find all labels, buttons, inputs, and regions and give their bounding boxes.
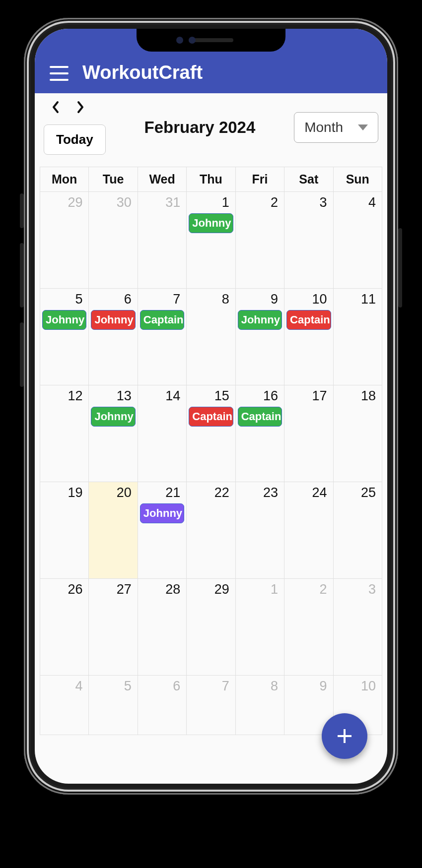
day-number: 6 xyxy=(91,291,135,309)
notch xyxy=(137,29,285,52)
calendar-day[interactable]: 30 xyxy=(89,192,138,289)
day-number: 24 xyxy=(286,484,331,502)
calendar-day[interactable]: 22 xyxy=(187,482,235,579)
event-chip[interactable]: Johnny xyxy=(42,310,86,330)
calendar-day[interactable]: 18 xyxy=(334,385,382,482)
calendar-day[interactable]: 21Johnny xyxy=(138,482,187,579)
calendar-day[interactable]: 23 xyxy=(236,482,284,579)
day-number: 23 xyxy=(238,484,282,502)
calendar-day[interactable]: 28 xyxy=(138,579,187,676)
calendar-day[interactable]: 4 xyxy=(334,192,382,289)
day-number: 6 xyxy=(140,678,184,696)
hamburger-menu-icon[interactable] xyxy=(50,66,69,81)
day-number: 3 xyxy=(286,194,331,212)
dow-header: Thu xyxy=(187,167,235,192)
calendar-day[interactable]: 3 xyxy=(334,579,382,676)
calendar-day[interactable]: 16Captain xyxy=(236,385,284,482)
calendar-day[interactable]: 19 xyxy=(40,482,89,579)
day-number: 7 xyxy=(189,678,233,696)
phone-frame: WorkoutCraft Today February 2024 Month xyxy=(24,18,398,795)
calendar-day[interactable]: 20 xyxy=(89,482,138,579)
current-month-label: February 2024 xyxy=(110,117,290,138)
day-number: 1 xyxy=(238,581,282,599)
day-number: 8 xyxy=(238,678,282,696)
calendar-day[interactable]: 14 xyxy=(138,385,187,482)
day-number: 8 xyxy=(189,291,233,309)
calendar-day[interactable]: 24 xyxy=(284,482,333,579)
day-number: 25 xyxy=(336,484,380,502)
day-number: 29 xyxy=(189,581,233,599)
event-chip[interactable]: Johnny xyxy=(91,310,135,330)
day-number: 31 xyxy=(140,194,184,212)
event-chip[interactable]: Captain xyxy=(286,310,331,330)
calendar-day[interactable]: 8 xyxy=(236,676,284,735)
day-number: 14 xyxy=(140,387,184,406)
calendar-day[interactable]: 12 xyxy=(40,385,89,482)
day-number: 10 xyxy=(336,678,380,696)
day-of-week-header: MonTueWedThuFriSatSun xyxy=(40,167,382,192)
calendar-day[interactable]: 2 xyxy=(284,579,333,676)
calendar-day[interactable]: 5 xyxy=(89,676,138,735)
dow-header: Fri xyxy=(236,167,284,192)
event-chip[interactable]: Johnny xyxy=(189,213,233,233)
event-chip[interactable]: Johnny xyxy=(91,407,135,427)
calendar-day[interactable]: 13Johnny xyxy=(89,385,138,482)
event-chip[interactable]: Johnny xyxy=(238,310,282,330)
day-number: 5 xyxy=(42,291,86,309)
event-chip[interactable]: Johnny xyxy=(140,503,184,523)
calendar-day[interactable]: 6Johnny xyxy=(89,289,138,385)
day-number: 13 xyxy=(91,387,135,406)
calendar-day[interactable]: 11 xyxy=(334,289,382,385)
event-chip[interactable]: Captain xyxy=(238,407,282,427)
calendar-day[interactable]: 8 xyxy=(187,289,235,385)
day-number: 5 xyxy=(91,678,135,696)
calendar-day[interactable]: 15Captain xyxy=(187,385,235,482)
day-number: 22 xyxy=(189,484,233,502)
day-number: 15 xyxy=(189,387,233,406)
calendar-day[interactable]: 29 xyxy=(187,579,235,676)
dow-header: Sat xyxy=(284,167,333,192)
day-number: 11 xyxy=(336,291,380,309)
calendar-day[interactable]: 29 xyxy=(40,192,89,289)
calendar-day[interactable]: 6 xyxy=(138,676,187,735)
calendar-day[interactable]: 7Captain xyxy=(138,289,187,385)
dow-header: Mon xyxy=(40,167,89,192)
day-number: 20 xyxy=(91,484,135,502)
calendar-day[interactable]: 31 xyxy=(138,192,187,289)
day-number: 19 xyxy=(42,484,86,502)
calendar-day[interactable]: 7 xyxy=(187,676,235,735)
prev-month-button[interactable] xyxy=(51,100,61,118)
add-button[interactable] xyxy=(322,713,367,759)
day-number: 26 xyxy=(42,581,86,599)
calendar-week: 26272829123 xyxy=(40,579,382,676)
dow-header: Wed xyxy=(138,167,187,192)
calendar-day[interactable]: 9Johnny xyxy=(236,289,284,385)
calendar-week: 1213Johnny1415Captain16Captain1718 xyxy=(40,385,382,482)
next-month-button[interactable] xyxy=(75,100,85,118)
day-number: 16 xyxy=(238,387,282,406)
calendar-day[interactable]: 2 xyxy=(236,192,284,289)
view-selector[interactable]: Month xyxy=(294,112,378,143)
calendar-day[interactable]: 1Johnny xyxy=(187,192,235,289)
calendar-day[interactable]: 5Johnny xyxy=(40,289,89,385)
today-button[interactable]: Today xyxy=(44,124,106,155)
event-chip[interactable]: Captain xyxy=(140,310,184,330)
calendar-day[interactable]: 17 xyxy=(284,385,333,482)
calendar-day[interactable]: 26 xyxy=(40,579,89,676)
event-chip[interactable]: Captain xyxy=(189,407,233,427)
calendar-day[interactable]: 27 xyxy=(89,579,138,676)
calendar-day[interactable]: 4 xyxy=(40,676,89,735)
day-number: 4 xyxy=(42,678,86,696)
view-selector-label: Month xyxy=(304,120,343,135)
day-number: 4 xyxy=(336,194,380,212)
day-number: 2 xyxy=(238,194,282,212)
calendar-week: 192021Johnny22232425 xyxy=(40,482,382,579)
calendar-day[interactable]: 25 xyxy=(334,482,382,579)
calendar-week: 5Johnny6Johnny7Captain89Johnny10Captain1… xyxy=(40,289,382,385)
calendar-day[interactable]: 10Captain xyxy=(284,289,333,385)
day-number: 7 xyxy=(140,291,184,309)
calendar-day[interactable]: 1 xyxy=(236,579,284,676)
calendar-day[interactable]: 3 xyxy=(284,192,333,289)
day-number: 28 xyxy=(140,581,184,599)
day-number: 1 xyxy=(189,194,233,212)
